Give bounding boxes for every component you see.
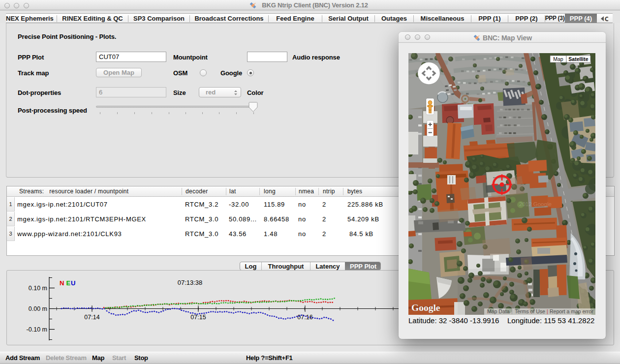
svg-text:2012 Google: 2012 Google [519,201,552,207]
svg-text:07:14: 07:14 [84,314,99,321]
svg-text:|: | [547,308,548,314]
svg-text:C: C [605,15,608,23]
svg-text:U: U [71,279,75,287]
svg-text:0.00 m: 0.00 m [29,305,47,312]
svg-text:07:15: 07:15 [190,314,206,321]
svg-text:Google: Google [411,303,440,313]
svg-text:07:13:38: 07:13:38 [178,279,203,286]
svg-text:Terms of Use: Terms of Use [515,308,545,314]
svg-text:E: E [66,279,71,287]
svg-text:N: N [60,279,64,287]
svg-text:Satellite: Satellite [568,56,588,62]
svg-text:0.10 m: 0.10 m [29,285,47,292]
svg-text:Map: Map [553,56,563,62]
svg-text:|: | [511,308,513,314]
svg-text:-0.10 m: -0.10 m [27,326,47,333]
svg-text:Map Data: Map Data [487,308,510,314]
svg-text:Report a map error: Report a map error [550,308,593,314]
